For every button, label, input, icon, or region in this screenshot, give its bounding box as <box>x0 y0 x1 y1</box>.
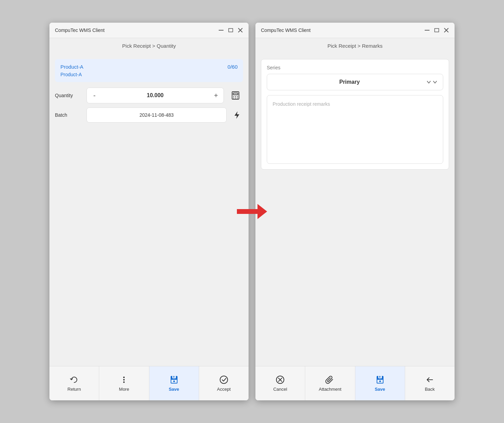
quantity-row: Quantity - 10.000 + <box>55 88 243 103</box>
svg-rect-33 <box>379 376 380 378</box>
batch-row: Batch 2024-11-08-483 <box>55 107 243 123</box>
series-chevrons <box>426 80 437 84</box>
left-maximize-btn[interactable] <box>228 27 233 33</box>
product-card[interactable]: Product-A 0/60 Product-A <box>55 59 243 82</box>
left-window-controls <box>218 27 243 33</box>
product-name: Product-A <box>60 64 83 70</box>
left-app-title: CompuTec WMS Client <box>55 27 105 33</box>
right-window: CompuTec WMS Client Pick Receipt > Remar… <box>255 23 455 400</box>
right-breadcrumb: Pick Receipt > Remarks <box>255 38 455 54</box>
svg-point-21 <box>220 376 228 384</box>
save-label-right: Save <box>375 387 385 392</box>
remarks-placeholder: Production receipt remarks <box>273 101 330 107</box>
svg-point-19 <box>173 380 175 382</box>
product-count: 0/60 <box>228 64 238 70</box>
quantity-label: Quantity <box>55 93 82 98</box>
series-dropdown[interactable]: Primary <box>267 74 443 90</box>
back-btn[interactable]: Back <box>405 366 455 400</box>
calculator-btn[interactable] <box>228 88 243 103</box>
more-btn[interactable]: More <box>99 366 149 400</box>
cancel-btn[interactable]: Cancel <box>255 366 305 400</box>
quantity-plus-btn[interactable]: + <box>208 88 224 103</box>
quantity-control: - 10.000 + <box>87 88 224 103</box>
quantity-value: 10.000 <box>102 92 208 99</box>
svg-rect-1 <box>229 28 233 32</box>
svg-point-7 <box>235 96 236 97</box>
right-maximize-btn[interactable] <box>434 27 439 33</box>
left-content: Product-A 0/60 Product-A Quantity - 10.0… <box>49 54 249 366</box>
attachment-label: Attachment <box>319 387 341 392</box>
svg-point-9 <box>233 98 234 98</box>
svg-point-6 <box>233 96 234 97</box>
svg-rect-20 <box>173 376 174 378</box>
more-label: More <box>119 387 129 392</box>
accept-btn[interactable]: Accept <box>199 366 249 400</box>
back-label: Back <box>425 387 435 392</box>
lightning-btn[interactable] <box>231 109 243 121</box>
return-label: Return <box>68 387 81 392</box>
svg-point-11 <box>237 98 238 98</box>
batch-input[interactable]: 2024-11-08-483 <box>87 107 227 123</box>
svg-point-8 <box>237 96 238 97</box>
left-close-btn[interactable] <box>238 27 243 33</box>
product-header: Product-A 0/60 <box>60 64 238 70</box>
save-btn-right[interactable]: Save <box>355 366 405 400</box>
right-window-controls <box>424 27 449 33</box>
save-btn-left[interactable]: Save <box>149 366 199 400</box>
left-toolbar: Return More Save <box>49 366 249 400</box>
batch-label: Batch <box>55 112 82 118</box>
arrow-right-icon <box>237 204 267 219</box>
remarks-area[interactable]: Production receipt remarks <box>267 95 443 164</box>
attachment-btn[interactable]: Attachment <box>305 366 355 400</box>
accept-label: Accept <box>217 387 231 392</box>
quantity-minus-btn[interactable]: - <box>87 88 102 103</box>
left-title-bar: CompuTec WMS Client <box>49 23 249 38</box>
left-breadcrumb: Pick Receipt > Quantity <box>49 38 249 54</box>
left-window: CompuTec WMS Client Pick Receipt > Quant… <box>49 23 249 400</box>
series-section: Series Primary Production receipt remark… <box>261 59 449 170</box>
save-label-left: Save <box>169 387 179 392</box>
series-value: Primary <box>273 79 426 85</box>
svg-point-32 <box>379 380 381 382</box>
svg-point-14 <box>123 379 125 380</box>
svg-point-10 <box>235 98 236 98</box>
right-title-bar: CompuTec WMS Client <box>255 23 455 38</box>
right-app-title: CompuTec WMS Client <box>261 27 311 33</box>
svg-point-13 <box>123 377 125 378</box>
series-label: Series <box>267 65 443 70</box>
svg-marker-12 <box>234 111 239 119</box>
right-close-btn[interactable] <box>444 27 449 33</box>
svg-rect-5 <box>233 93 238 95</box>
left-minimize-btn[interactable] <box>218 27 224 33</box>
svg-point-15 <box>123 381 125 383</box>
return-btn[interactable]: Return <box>49 366 99 400</box>
right-content: Series Primary Production receipt remark… <box>255 54 455 366</box>
right-toolbar: Cancel Attachment Save <box>255 366 455 400</box>
navigation-arrow <box>237 204 267 219</box>
product-subtitle: Product-A <box>60 72 238 77</box>
cancel-label: Cancel <box>273 387 287 392</box>
batch-value: 2024-11-08-483 <box>92 112 221 118</box>
right-minimize-btn[interactable] <box>424 27 430 33</box>
svg-rect-23 <box>435 28 439 32</box>
